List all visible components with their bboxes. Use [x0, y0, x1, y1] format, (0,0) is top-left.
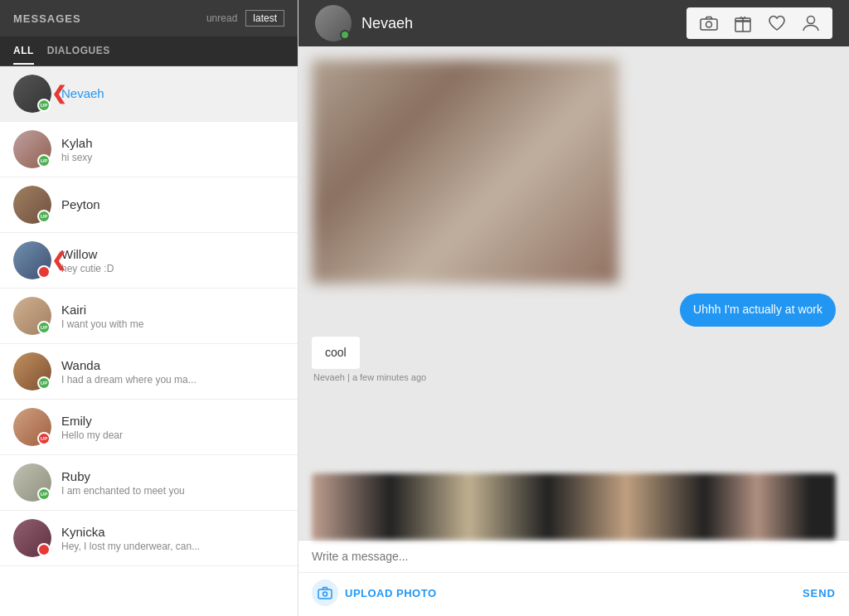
upload-photo-button[interactable]: UPLOAD PHOTO	[312, 580, 437, 606]
sidebar-tabs: ALL DIALOGUES	[0, 36, 298, 66]
svg-rect-5	[318, 589, 332, 599]
filter-buttons: unread latest	[203, 10, 284, 27]
photo-strip-wrap	[298, 467, 849, 540]
chat-header: Nevaeh	[298, 0, 849, 46]
contact-name-ruby: Ruby	[61, 469, 284, 483]
send-button[interactable]: SEND	[803, 587, 836, 599]
contact-kylah[interactable]: UP Kylah hi sexy	[0, 122, 298, 177]
chat-messages: Uhhh I'm actually at work cool Nevaeh | …	[298, 46, 849, 467]
received-message-text: cool	[312, 337, 360, 370]
msg-bubble-received: cool	[312, 337, 836, 370]
status-badge-peyton: UP	[37, 210, 51, 223]
status-badge-emily: UP	[37, 432, 51, 445]
chat-username: Nevaeh	[361, 15, 413, 32]
contact-info-kairi: Kairi I want you with me	[61, 303, 284, 330]
contact-name-peyton: Peyton	[61, 197, 284, 211]
chat-input-area: UPLOAD PHOTO SEND	[298, 540, 849, 616]
gift-icon[interactable]	[735, 14, 751, 32]
status-badge-nevaeh: UP	[37, 99, 51, 112]
arrow-willow: ❮	[51, 250, 66, 271]
contact-willow[interactable]: Willow hey cutie :D ❮	[0, 233, 298, 289]
filter-latest-button[interactable]: latest	[245, 10, 284, 27]
contact-info-emily: Emily Hello my dear	[61, 414, 284, 441]
status-badge-kairi: UP	[37, 321, 51, 334]
camera-icon[interactable]	[700, 16, 718, 31]
contact-name-nevaeh: Nevaeh	[61, 86, 284, 100]
message-input[interactable]	[312, 550, 836, 563]
sidebar-title: MESSAGES	[13, 12, 81, 25]
contact-info-kylah: Kylah hi sexy	[61, 136, 284, 163]
upload-label: UPLOAD PHOTO	[345, 587, 437, 599]
arrow-nevaeh: ❮	[51, 83, 66, 104]
tab-dialogues[interactable]: DIALOGUES	[47, 38, 110, 65]
contact-info-nevaeh: Nevaeh	[61, 86, 284, 102]
message-input-row	[298, 541, 849, 573]
chat-online-dot	[340, 30, 350, 40]
contact-name-kylah: Kylah	[61, 136, 284, 150]
avatar-wrap-willow	[13, 241, 51, 279]
svg-point-6	[323, 592, 327, 596]
contact-kynicka[interactable]: Kynicka Hey, I lost my underwear, can...	[0, 511, 298, 566]
contact-preview-willow: hey cutie :D	[61, 263, 284, 274]
chat-panel: Nevaeh	[298, 0, 849, 616]
contact-name-willow: Willow	[61, 247, 284, 261]
chat-actions	[686, 7, 832, 39]
filter-unread-button[interactable]: unread	[203, 11, 240, 26]
chat-avatar	[315, 5, 352, 41]
sent-message-text: Uhhh I'm actually at work	[680, 293, 836, 327]
upload-icon	[312, 580, 338, 606]
status-badge-wanda: UP	[37, 376, 51, 390]
input-actions-row: UPLOAD PHOTO SEND	[298, 573, 849, 616]
contact-kairi[interactable]: UP Kairi I want you with me	[0, 289, 298, 344]
contact-info-peyton: Peyton	[61, 197, 284, 213]
contact-ruby[interactable]: UP Ruby I am enchanted to meet you	[0, 455, 298, 511]
contact-info-wanda: Wanda I had a dream where you ma...	[61, 358, 284, 386]
contacts-list: UP Nevaeh ❮ UP Kylah hi sexy	[0, 66, 298, 616]
contact-preview-wanda: I had a dream where you ma...	[61, 374, 284, 386]
chat-image	[312, 60, 619, 284]
contact-wanda[interactable]: UP Wanda I had a dream where you ma...	[0, 344, 298, 400]
avatar-wrap-kairi: UP	[13, 297, 51, 335]
profile-icon[interactable]	[803, 14, 819, 32]
svg-point-4	[808, 17, 815, 24]
avatar-wrap-peyton: UP	[13, 186, 51, 224]
contact-preview-ruby: I am enchanted to meet you	[61, 485, 284, 497]
contact-info-ruby: Ruby I am enchanted to meet you	[61, 469, 284, 497]
avatar-wrap-nevaeh: UP	[13, 75, 51, 113]
contact-preview-emily: Hello my dear	[61, 429, 284, 441]
contact-peyton[interactable]: UP Peyton	[0, 177, 298, 233]
status-badge-ruby: UP	[37, 487, 51, 501]
contact-name-wanda: Wanda	[61, 358, 284, 372]
status-badge-kynicka	[37, 543, 51, 556]
svg-point-1	[706, 22, 712, 27]
avatar-wrap-kylah: UP	[13, 130, 51, 168]
contact-info-willow: Willow hey cutie :D	[61, 247, 284, 274]
message-timestamp: Nevaeh | a few minutes ago	[312, 372, 836, 382]
photo-strip	[312, 473, 836, 540]
msg-bubble-sent: Uhhh I'm actually at work	[312, 293, 836, 327]
contact-preview-kylah: hi sexy	[61, 152, 284, 163]
avatar-wrap-kynicka	[13, 519, 51, 557]
contact-name-kynicka: Kynicka	[61, 525, 284, 539]
chat-user-info: Nevaeh	[315, 5, 413, 41]
contact-preview-kairi: I want you with me	[61, 318, 284, 330]
sidebar: MESSAGES unread latest ALL DIALOGUES UP …	[0, 0, 298, 616]
contact-emily[interactable]: UP Emily Hello my dear	[0, 400, 298, 455]
contact-name-kairi: Kairi	[61, 303, 284, 317]
status-badge-willow	[37, 265, 51, 279]
status-badge-kylah: UP	[37, 154, 51, 167]
heart-icon[interactable]	[768, 15, 786, 32]
contact-nevaeh[interactable]: UP Nevaeh ❮	[0, 66, 298, 122]
sidebar-header: MESSAGES unread latest	[0, 0, 298, 36]
contact-name-emily: Emily	[61, 414, 284, 428]
avatar-wrap-wanda: UP	[13, 352, 51, 390]
avatar-wrap-emily: UP	[13, 408, 51, 446]
contact-preview-kynicka: Hey, I lost my underwear, can...	[61, 541, 284, 552]
avatar-wrap-ruby: UP	[13, 463, 51, 502]
contact-info-kynicka: Kynicka Hey, I lost my underwear, can...	[61, 525, 284, 552]
tab-all[interactable]: ALL	[13, 38, 34, 65]
svg-rect-0	[701, 19, 717, 30]
